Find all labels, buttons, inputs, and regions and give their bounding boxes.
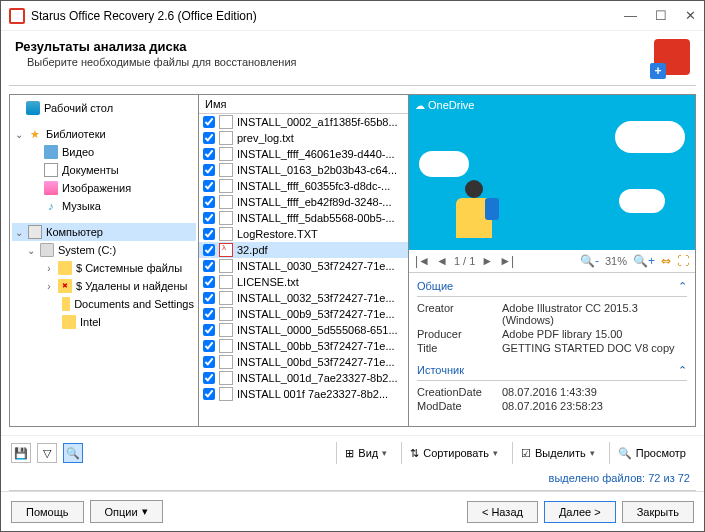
collapse-icon[interactable]: ⌄ — [26, 245, 36, 256]
help-button[interactable]: Помощь — [11, 501, 84, 523]
view-button[interactable]: ⊞Вид▾ — [336, 442, 395, 464]
expand-icon[interactable]: › — [44, 263, 54, 274]
file-name: INSTALL_ffff_46061e39-d440-... — [237, 148, 395, 160]
file-checkbox[interactable] — [203, 324, 215, 336]
file-name: INSTALL_0030_53f72427-71e... — [237, 260, 395, 272]
file-name: INSTALL 001f 7ae23327-8b2... — [237, 388, 388, 400]
file-checkbox[interactable] — [203, 372, 215, 384]
file-checkbox[interactable] — [203, 180, 215, 192]
collapse-icon[interactable]: ⌃ — [678, 280, 687, 293]
tree-deleted-found[interactable]: ›$ Удалены и найдены — [12, 277, 196, 295]
banner-label: OneDrive — [428, 99, 474, 111]
file-row[interactable]: INSTALL_0030_53f72427-71e... — [199, 258, 408, 274]
collapse-icon[interactable]: ⌃ — [678, 364, 687, 377]
tree-music[interactable]: ♪Музыка — [12, 197, 196, 215]
first-page-icon[interactable]: |◄ — [415, 254, 430, 268]
section-source[interactable]: Источник⌃ — [417, 361, 687, 381]
save-icon[interactable]: 💾 — [11, 443, 31, 463]
minimize-icon[interactable]: — — [624, 8, 637, 23]
close-icon[interactable]: ✕ — [685, 8, 696, 23]
tree-desktop[interactable]: Рабочий стол — [12, 99, 196, 117]
collapse-icon[interactable]: ⌄ — [14, 129, 24, 140]
search-icon[interactable]: 🔍 — [63, 443, 83, 463]
sort-button[interactable]: ⇅Сортировать▾ — [401, 442, 506, 464]
next-button[interactable]: Далее > — [544, 501, 616, 523]
file-name: 32.pdf — [237, 244, 268, 256]
next-page-icon[interactable]: ► — [481, 254, 493, 268]
last-page-icon[interactable]: ►| — [499, 254, 514, 268]
file-row[interactable]: INSTALL_00b9_53f72427-71e... — [199, 306, 408, 322]
file-row[interactable]: prev_log.txt — [199, 130, 408, 146]
folder-tree[interactable]: Рабочий стол ⌄★Библиотеки Видео Документ… — [9, 94, 199, 427]
file-row[interactable]: INSTALL_0000_5d555068-651... — [199, 322, 408, 338]
meta-value: 08.07.2016 23:58:23 — [502, 400, 687, 412]
section-label: Общие — [417, 280, 453, 293]
fit-page-icon[interactable]: ⛶ — [677, 254, 689, 268]
file-name: prev_log.txt — [237, 132, 294, 144]
file-row[interactable]: INSTALL_0163_b2b03b43-c64... — [199, 162, 408, 178]
page-subtitle: Выберите необходимые файлы для восстанов… — [27, 56, 654, 68]
file-checkbox[interactable] — [203, 356, 215, 368]
file-row[interactable]: INSTALL_001d_7ae23327-8b2... — [199, 370, 408, 386]
file-name: INSTALL_0002_a1f1385f-65b8... — [237, 116, 398, 128]
star-icon: ★ — [28, 127, 42, 141]
file-checkbox[interactable] — [203, 244, 215, 256]
back-button[interactable]: < Назад — [467, 501, 538, 523]
file-row[interactable]: INSTALL_ffff_5dab5568-00b5-... — [199, 210, 408, 226]
file-row[interactable]: INSTALL_00bb_53f72427-71e... — [199, 338, 408, 354]
expand-icon[interactable]: › — [44, 281, 54, 292]
file-checkbox[interactable] — [203, 164, 215, 176]
file-checkbox[interactable] — [203, 388, 215, 400]
file-list[interactable]: INSTALL_0002_a1f1385f-65b8...prev_log.tx… — [199, 114, 408, 426]
tree-docs-settings[interactable]: Documents and Settings — [12, 295, 196, 313]
file-row[interactable]: INSTALL_ffff_60355fc3-d8dc-... — [199, 178, 408, 194]
file-list-panel: Имя INSTALL_0002_a1f1385f-65b8...prev_lo… — [199, 94, 409, 427]
tree-libraries[interactable]: ⌄★Библиотеки — [12, 125, 196, 143]
column-name-header[interactable]: Имя — [199, 95, 408, 114]
file-name: INSTALL_0032_53f72427-71e... — [237, 292, 395, 304]
file-row[interactable]: INSTALL 001f 7ae23327-8b2... — [199, 386, 408, 402]
meta-key: Creator — [417, 302, 502, 326]
file-checkbox[interactable] — [203, 260, 215, 272]
file-checkbox[interactable] — [203, 308, 215, 320]
close-button[interactable]: Закрыть — [622, 501, 694, 523]
section-general[interactable]: Общие⌃ — [417, 277, 687, 297]
file-row[interactable]: INSTALL_00bd_53f72427-71e... — [199, 354, 408, 370]
prev-page-icon[interactable]: ◄ — [436, 254, 448, 268]
tree-computer[interactable]: ⌄Компьютер — [12, 223, 196, 241]
maximize-icon[interactable]: ☐ — [655, 8, 667, 23]
options-button[interactable]: Опции▾ — [90, 500, 163, 523]
tree-video[interactable]: Видео — [12, 143, 196, 161]
file-row[interactable]: 32.pdf — [199, 242, 408, 258]
meta-value: GETTING STARTED DOC V8 copy — [502, 342, 687, 354]
file-checkbox[interactable] — [203, 132, 215, 144]
file-checkbox[interactable] — [203, 116, 215, 128]
tree-intel[interactable]: Intel — [12, 313, 196, 331]
file-checkbox[interactable] — [203, 292, 215, 304]
zoom-out-icon[interactable]: 🔍- — [580, 254, 599, 268]
file-checkbox[interactable] — [203, 148, 215, 160]
tree-documents[interactable]: Документы — [12, 161, 196, 179]
preview-button[interactable]: 🔍Просмотр — [609, 442, 694, 464]
filter-icon[interactable]: ▽ — [37, 443, 57, 463]
file-row[interactable]: INSTALL_0032_53f72427-71e... — [199, 290, 408, 306]
file-checkbox[interactable] — [203, 212, 215, 224]
zoom-in-icon[interactable]: 🔍+ — [633, 254, 655, 268]
file-checkbox[interactable] — [203, 276, 215, 288]
tree-label: $ Системные файлы — [76, 262, 182, 274]
file-row[interactable]: LogRestore.TXT — [199, 226, 408, 242]
fit-width-icon[interactable]: ⇔ — [661, 254, 671, 268]
tree-system-c[interactable]: ⌄System (C:) — [12, 241, 196, 259]
meta-key: Title — [417, 342, 502, 354]
file-checkbox[interactable] — [203, 228, 215, 240]
collapse-icon[interactable]: ⌄ — [14, 227, 24, 238]
tree-system-files[interactable]: ›$ Системные файлы — [12, 259, 196, 277]
file-row[interactable]: INSTALL_ffff_46061e39-d440-... — [199, 146, 408, 162]
file-row[interactable]: INSTALL_ffff_eb42f89d-3248-... — [199, 194, 408, 210]
file-checkbox[interactable] — [203, 340, 215, 352]
select-button[interactable]: ☑Выделить▾ — [512, 442, 603, 464]
file-checkbox[interactable] — [203, 196, 215, 208]
file-row[interactable]: LICENSE.txt — [199, 274, 408, 290]
file-row[interactable]: INSTALL_0002_a1f1385f-65b8... — [199, 114, 408, 130]
tree-images[interactable]: Изображения — [12, 179, 196, 197]
